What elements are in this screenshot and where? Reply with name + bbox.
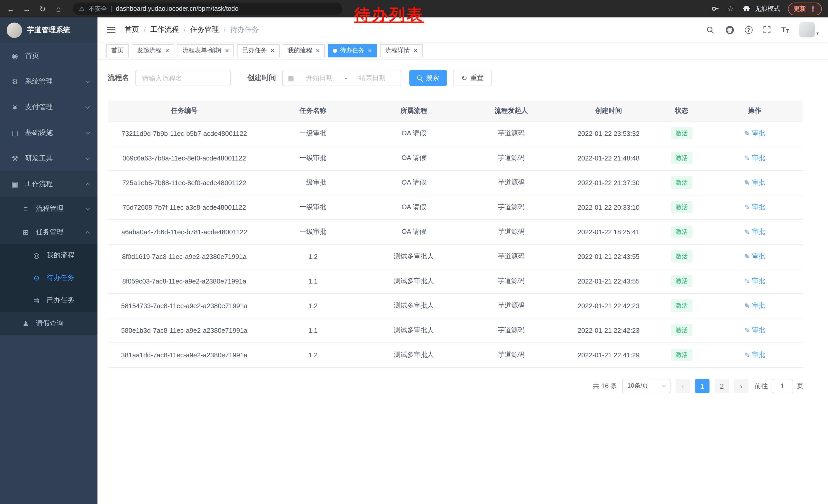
cell-status: 激活: [657, 220, 706, 244]
font-size-icon[interactable]: TT: [781, 26, 789, 34]
col-task-id: 任务编号: [108, 100, 261, 121]
approve-link[interactable]: ✎ 审批: [744, 276, 765, 286]
sidebar-collapse-icon[interactable]: [107, 27, 115, 33]
cell-created-time: 2022-01-22 18:25:41: [560, 220, 657, 244]
status-badge: 激活: [671, 275, 692, 287]
tab-done-tasks[interactable]: 已办任务 ×: [237, 44, 279, 57]
cell-initiator: 芋道源码: [462, 195, 560, 220]
sidebar-item-infrastructure[interactable]: ▤ 基础设施: [0, 120, 97, 146]
close-icon[interactable]: ×: [271, 47, 274, 54]
kebab-menu-icon[interactable]: ⋮: [810, 5, 816, 12]
cell-created-time: 2022-01-21 22:41:29: [560, 342, 657, 367]
page-size-select[interactable]: 10条/页: [622, 379, 670, 393]
breadcrumb-home[interactable]: 首页: [125, 25, 139, 34]
approve-link[interactable]: ✎ 审批: [744, 202, 765, 212]
fullscreen-icon[interactable]: [762, 26, 771, 34]
user-avatar-wrap[interactable]: ▾: [799, 22, 819, 37]
url-bar[interactable]: ⚠ 不安全 dashboard.yudao.iocoder.cn/bpm/tas…: [73, 3, 342, 15]
start-date-placeholder[interactable]: 开始日期: [296, 73, 343, 83]
forward-icon[interactable]: →: [22, 5, 31, 12]
sidebar-item-my-process[interactable]: ◎ 我的流程: [0, 244, 97, 267]
search-icon[interactable]: [706, 26, 714, 34]
approve-link[interactable]: ✎ 审批: [744, 153, 765, 163]
sidebar-item-done-tasks[interactable]: ⇉ 已办任务: [0, 289, 97, 312]
breadcrumb-workflow[interactable]: 工作流程: [150, 25, 179, 34]
end-date-placeholder[interactable]: 结束日期: [349, 73, 396, 83]
sidebar-item-todo-tasks[interactable]: ⊙ 待办任务: [0, 267, 97, 289]
cell-task-id: 75d72608-7b7f-11ec-a3c8-acde48001122: [108, 195, 261, 220]
goto-page-input[interactable]: [772, 379, 793, 393]
edit-icon: ✎: [744, 179, 750, 186]
sidebar-item-system[interactable]: ⚙ 系统管理: [0, 69, 97, 94]
close-icon[interactable]: ×: [368, 47, 372, 54]
table-row: 069c6a63-7b8a-11ec-8ef0-acde48001122 一级审…: [108, 146, 803, 170]
approve-link[interactable]: ✎ 审批: [744, 350, 765, 359]
key-icon[interactable]: [711, 5, 719, 13]
process-name-label: 流程名: [108, 73, 129, 83]
edit-icon: ✎: [744, 253, 750, 260]
chrome-right-controls: ☆ 无痕模式 更新 ⋮: [711, 2, 822, 15]
sidebar-item-workflow[interactable]: ▣ 工作流程: [0, 171, 97, 197]
tab-process-form-edit[interactable]: 流程表单-编辑 ×: [177, 44, 234, 57]
cell-created-time: 2022-01-22 21:37:30: [560, 170, 657, 195]
col-status: 状态: [657, 100, 706, 121]
approve-link[interactable]: ✎ 审批: [744, 129, 765, 138]
search-button[interactable]: 搜索: [409, 70, 447, 86]
cell-created-time: 2022-01-21 22:43:55: [560, 269, 657, 293]
sidebar-item-process-mgmt[interactable]: ≡ 流程管理: [0, 197, 97, 221]
process-name-input[interactable]: [135, 70, 231, 86]
tab-todo-tasks[interactable]: 待办任务 ×: [328, 44, 377, 57]
cell-task-name: 1.2: [261, 293, 365, 318]
update-button[interactable]: 更新 ⋮: [788, 2, 822, 15]
home-icon[interactable]: ⌂: [54, 5, 63, 12]
reload-icon[interactable]: ↻: [38, 5, 47, 12]
breadcrumb-task-mgmt[interactable]: 任务管理: [190, 25, 219, 34]
sidebar-item-payment[interactable]: ¥ 支付管理: [0, 94, 97, 120]
cell-task-name: 一级审批: [261, 146, 365, 170]
sidebar-item-home[interactable]: ◉ 首页: [0, 43, 97, 69]
close-icon[interactable]: ×: [165, 47, 169, 54]
tags-view-bar: 首页 发起流程 × 流程表单-编辑 × 已办任务 × 我的流程 × 待办任务 ×…: [97, 42, 828, 59]
approve-link[interactable]: ✎ 审批: [744, 227, 765, 236]
approve-link[interactable]: ✎ 审批: [744, 178, 765, 187]
github-icon[interactable]: [724, 25, 734, 35]
page-button-2[interactable]: 2: [715, 379, 729, 393]
incognito-icon: [742, 4, 751, 13]
tab-start-process[interactable]: 发起流程 ×: [132, 44, 174, 57]
close-icon[interactable]: ×: [413, 47, 417, 54]
close-icon[interactable]: ×: [316, 47, 320, 54]
approve-link[interactable]: ✎ 审批: [744, 301, 765, 310]
table-row: 580e1b3d-7ac8-11ec-a9e2-a2380e71991a 1.1…: [108, 318, 803, 342]
cell-process: OA 请假: [365, 195, 462, 220]
sidebar-item-leave-query[interactable]: ♟ 请假查询: [0, 312, 97, 335]
security-label[interactable]: 不安全: [89, 4, 107, 13]
sidebar-item-task-mgmt[interactable]: ⊞ 任务管理: [0, 221, 97, 244]
status-badge: 激活: [671, 324, 692, 336]
tab-process-detail[interactable]: 流程详情 ×: [380, 44, 422, 57]
page-button-1[interactable]: 1: [695, 379, 709, 393]
tab-home[interactable]: 首页: [106, 44, 129, 57]
cell-process: OA 请假: [365, 146, 462, 170]
status-badge: 激活: [671, 127, 692, 139]
back-icon[interactable]: ←: [6, 5, 15, 12]
next-page-button[interactable]: ›: [734, 379, 748, 393]
cell-status: 激活: [657, 170, 706, 195]
cell-action: ✎ 审批: [706, 293, 803, 318]
sidebar-item-devtools[interactable]: ⚒ 研发工具: [0, 146, 97, 171]
date-range-picker[interactable]: ▦ 开始日期 - 结束日期: [282, 70, 401, 86]
refresh-icon: ↻: [461, 74, 467, 82]
sidebar-logo-row: 芋道管理系统: [0, 17, 97, 43]
bookmark-star-icon[interactable]: ☆: [727, 4, 734, 13]
prev-page-button[interactable]: ‹: [676, 379, 690, 393]
close-icon[interactable]: ×: [225, 47, 229, 54]
cell-initiator: 芋道源码: [462, 121, 560, 146]
table-row: 381aa1dd-7ac8-11ec-a9e2-a2380e71991a 1.2…: [108, 342, 803, 367]
approve-link[interactable]: ✎ 审批: [744, 326, 765, 335]
tab-my-process[interactable]: 我的流程 ×: [283, 44, 325, 57]
approve-link[interactable]: ✎ 审批: [744, 252, 765, 261]
help-icon[interactable]: ?: [745, 26, 752, 34]
page-url[interactable]: dashboard.yudao.iocoder.cn/bpm/task/todo: [116, 5, 239, 12]
update-label: 更新: [794, 4, 806, 13]
avatar[interactable]: [799, 22, 815, 37]
reset-button[interactable]: ↻ 重置: [453, 70, 492, 86]
